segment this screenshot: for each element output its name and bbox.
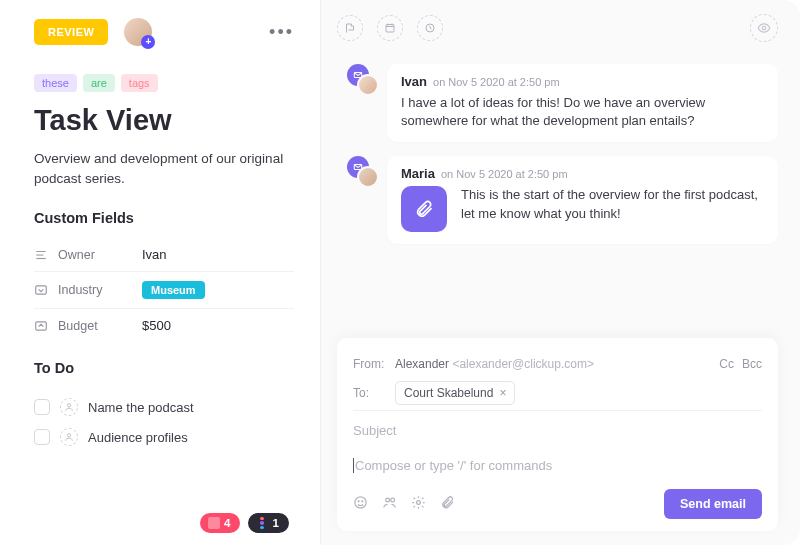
currency-icon bbox=[34, 319, 48, 333]
comment-timestamp: on Nov 5 2020 at 2:50 pm bbox=[433, 76, 560, 88]
checkbox[interactable] bbox=[34, 429, 50, 445]
svg-point-19 bbox=[391, 498, 395, 502]
assignee-avatar[interactable]: + bbox=[124, 18, 152, 46]
svg-point-6 bbox=[67, 434, 70, 437]
field-owner[interactable]: Owner Ivan bbox=[34, 238, 294, 272]
attachment-icon[interactable] bbox=[401, 186, 447, 232]
tag[interactable]: are bbox=[83, 74, 115, 92]
field-industry[interactable]: Industry Museum bbox=[34, 272, 294, 309]
send-email-button[interactable]: Send email bbox=[664, 489, 762, 519]
email-composer: From: Alexander <alexander@clickup.com> … bbox=[337, 338, 778, 531]
dropdown-icon bbox=[34, 283, 48, 297]
mention-icon[interactable] bbox=[382, 495, 397, 514]
industry-pill: Museum bbox=[142, 281, 205, 299]
tag[interactable]: tags bbox=[121, 74, 158, 92]
todo-heading: To Do bbox=[34, 360, 294, 376]
assign-person-icon[interactable] bbox=[60, 428, 78, 446]
to-label: To: bbox=[353, 386, 395, 400]
svg-point-20 bbox=[417, 500, 421, 504]
pill-count: 1 bbox=[272, 517, 278, 529]
priority-icon[interactable] bbox=[337, 15, 363, 41]
figma-integration-pill[interactable]: 1 bbox=[248, 513, 288, 533]
comment-avatar[interactable] bbox=[347, 64, 377, 94]
owner-icon bbox=[34, 248, 48, 262]
svg-point-17 bbox=[362, 500, 363, 501]
checkbox[interactable] bbox=[34, 399, 50, 415]
field-value: $500 bbox=[142, 318, 171, 333]
comment-avatar[interactable] bbox=[347, 156, 377, 186]
pill-count: 4 bbox=[224, 517, 230, 529]
svg-point-16 bbox=[358, 500, 359, 501]
avatar-image bbox=[357, 74, 379, 96]
from-name[interactable]: Alexander bbox=[395, 357, 449, 371]
field-label: Industry bbox=[58, 283, 142, 297]
svg-point-15 bbox=[355, 496, 366, 507]
from-label: From: bbox=[353, 357, 395, 371]
tag[interactable]: these bbox=[34, 74, 77, 92]
task-description[interactable]: Overview and development of our original… bbox=[34, 149, 294, 188]
field-value: Ivan bbox=[142, 247, 167, 262]
comment-text: This is the start of the overview for th… bbox=[461, 186, 764, 222]
custom-fields-heading: Custom Fields bbox=[34, 210, 294, 226]
invision-integration-pill[interactable]: 4 bbox=[200, 513, 240, 533]
svg-rect-4 bbox=[36, 322, 47, 330]
recipient-chip[interactable]: Court Skabelund × bbox=[395, 381, 515, 405]
comment: Maria on Nov 5 2020 at 2:50 pm This is t… bbox=[347, 156, 778, 244]
time-icon[interactable] bbox=[417, 15, 443, 41]
todo-item[interactable]: Name the podcast bbox=[34, 398, 294, 416]
todo-text: Name the podcast bbox=[88, 400, 194, 415]
field-label: Budget bbox=[58, 319, 142, 333]
avatar-image bbox=[357, 166, 379, 188]
comment-author: Ivan bbox=[401, 74, 427, 89]
settings-icon[interactable] bbox=[411, 495, 426, 514]
field-label: Owner bbox=[58, 248, 142, 262]
recipient-name: Court Skabelund bbox=[404, 386, 493, 400]
calendar-icon[interactable] bbox=[377, 15, 403, 41]
add-assignee-icon[interactable]: + bbox=[141, 35, 155, 49]
comment-author: Maria bbox=[401, 166, 435, 181]
svg-rect-3 bbox=[36, 286, 47, 294]
todo-item[interactable]: Audience profiles bbox=[34, 428, 294, 446]
invision-icon bbox=[208, 517, 220, 529]
subject-input[interactable]: Subject bbox=[353, 410, 762, 442]
emoji-icon[interactable] bbox=[353, 495, 368, 514]
svg-point-12 bbox=[762, 26, 766, 30]
attach-icon[interactable] bbox=[440, 495, 455, 514]
cc-button[interactable]: Cc bbox=[719, 357, 734, 371]
todo-text: Audience profiles bbox=[88, 430, 188, 445]
comment-timestamp: on Nov 5 2020 at 2:50 pm bbox=[441, 168, 568, 180]
svg-point-18 bbox=[386, 498, 390, 502]
field-budget[interactable]: Budget $500 bbox=[34, 309, 294, 342]
tag-row: these are tags bbox=[34, 74, 294, 92]
assign-person-icon[interactable] bbox=[60, 398, 78, 416]
review-status-button[interactable]: REVIEW bbox=[34, 19, 108, 45]
figma-icon bbox=[256, 517, 268, 529]
remove-recipient-icon[interactable]: × bbox=[499, 386, 506, 400]
comment: Ivan on Nov 5 2020 at 2:50 pm I have a l… bbox=[347, 64, 778, 142]
from-email: <alexander@clickup.com> bbox=[452, 357, 594, 371]
svg-point-5 bbox=[67, 404, 70, 407]
svg-rect-7 bbox=[386, 25, 394, 33]
watchers-icon[interactable] bbox=[750, 14, 778, 42]
comment-text: I have a lot of ideas for this! Do we ha… bbox=[401, 94, 764, 130]
body-input[interactable]: Compose or type '/' for commands bbox=[353, 442, 762, 483]
bcc-button[interactable]: Bcc bbox=[742, 357, 762, 371]
more-menu-icon[interactable]: ••• bbox=[269, 22, 294, 43]
task-title[interactable]: Task View bbox=[34, 104, 294, 137]
